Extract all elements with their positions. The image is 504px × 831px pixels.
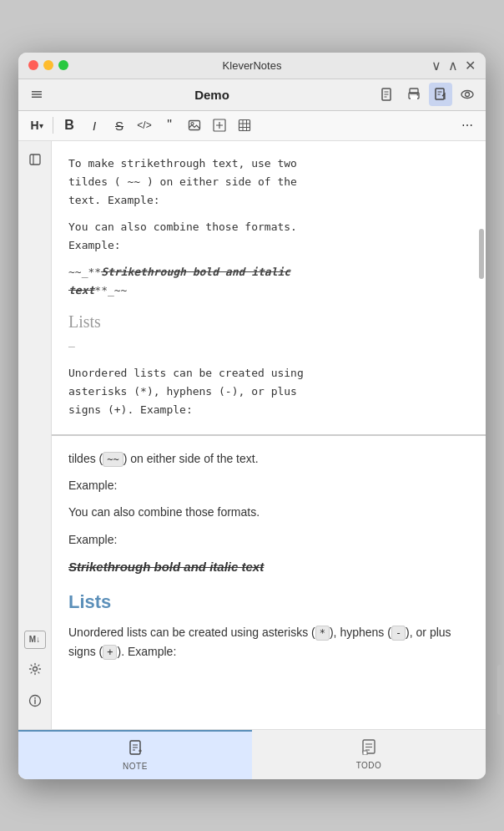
tab-note[interactable]: Note (18, 730, 252, 779)
heading-dropdown-icon: ▾ (39, 121, 43, 130)
insert-icon (213, 119, 226, 132)
todo-tab-label: TODO (356, 761, 382, 770)
bottom-tab-bar: Note TODO (18, 729, 486, 779)
note-tab-icon (127, 739, 144, 760)
pane-container: To make strikethrough text, use twotilde… (52, 141, 486, 729)
document-icon[interactable] (375, 83, 399, 106)
bold-button[interactable]: B (58, 114, 81, 137)
panel-toggle-button[interactable] (23, 148, 47, 171)
image-button[interactable] (183, 114, 206, 137)
sidebar-bottom-icons: M↓ (23, 631, 47, 722)
maximize-button[interactable] (58, 60, 68, 70)
main-area: M↓ To make strikethrough text, use twoti… (18, 141, 486, 729)
more-icon: ⋯ (461, 119, 473, 132)
note-toolbar: Demo (18, 79, 486, 111)
title-bar: KleverNotes ∨ ∧ ✕ (18, 53, 486, 79)
close-icon[interactable]: ✕ (465, 58, 476, 73)
preview-heading-lists: Lists (68, 587, 469, 616)
app-window: KleverNotes ∨ ∧ ✕ Demo (18, 53, 486, 779)
settings-icon[interactable] (23, 657, 47, 681)
svg-rect-16 (189, 121, 200, 130)
code-button[interactable]: </> (133, 114, 156, 137)
bold-label: B (64, 118, 74, 133)
preview-pane: tildes (~~) on either side of the text. … (52, 436, 486, 729)
tab-todo[interactable]: TODO (252, 730, 486, 779)
table-button[interactable] (233, 114, 256, 137)
quote-button[interactable]: " (158, 114, 181, 137)
svg-point-15 (466, 93, 470, 97)
preview-icon[interactable] (456, 83, 479, 106)
window-controls (28, 60, 68, 70)
window-title: KleverNotes (223, 59, 282, 72)
svg-point-14 (461, 91, 473, 99)
left-sidebar: M↓ (18, 141, 52, 729)
table-icon (238, 119, 251, 132)
title-bar-right: ∨ ∧ ✕ (431, 58, 476, 73)
plus-code: + (103, 645, 117, 660)
svg-rect-1 (32, 94, 42, 95)
strikethrough-label: S (115, 119, 123, 133)
markdown-icon[interactable]: M↓ (24, 631, 46, 649)
preview-example-1: Example: (68, 476, 469, 494)
svg-rect-21 (239, 120, 250, 131)
preview-para-2: You can also combine those formats. (68, 503, 469, 521)
italic-button[interactable]: I (83, 114, 106, 137)
sidebar-toggle-button[interactable] (25, 83, 48, 106)
preview-lists-para: Unordered lists can be created using ast… (68, 623, 469, 661)
editor-para-3: ~~_**Strikethrough bold and italictext**… (68, 263, 469, 300)
info-icon[interactable] (23, 689, 47, 712)
export-icon[interactable] (429, 83, 452, 106)
svg-point-28 (33, 666, 37, 671)
separator-1 (53, 117, 53, 134)
image-icon (188, 119, 201, 132)
svg-rect-9 (411, 96, 417, 99)
strike-bold-italic-text: Strikethrough bold and italic text (68, 560, 264, 574)
todo-tab-icon (360, 738, 377, 759)
editor-scrollbar-thumb (479, 229, 484, 279)
svg-rect-40 (363, 751, 367, 755)
editor-para-1: To make strikethrough text, use twotilde… (68, 155, 469, 210)
format-toolbar: H ▾ B I S </> " ⋯ (18, 111, 486, 141)
hyphen-code: - (391, 626, 406, 641)
heading-label: H (30, 119, 38, 132)
insert-button[interactable] (208, 114, 231, 137)
asterisk-code: * (315, 626, 330, 641)
preview-para-1: tildes (~~) on either side of the text. (68, 449, 469, 468)
note-title: Demo (52, 88, 372, 102)
expand-icon[interactable]: ∧ (448, 58, 458, 73)
note-tab-label: Note (123, 762, 148, 771)
strikethrough-button[interactable]: S (108, 114, 131, 137)
editor-heading-lists: Lists (68, 308, 469, 335)
editor-content: To make strikethrough text, use twotilde… (68, 155, 469, 420)
italic-label: I (93, 119, 96, 133)
tilde-code: ~~ (103, 452, 123, 467)
editor-separator: — (68, 338, 469, 356)
svg-point-10 (417, 94, 419, 96)
toolbar-actions (375, 83, 479, 106)
preview-strike-bold-italic: Strikethrough bold and italic text (68, 557, 469, 577)
editor-pane[interactable]: To make strikethrough text, use twotilde… (52, 141, 486, 436)
svg-point-31 (34, 697, 36, 698)
close-button[interactable] (28, 60, 38, 70)
quote-label: " (167, 118, 172, 133)
heading-button[interactable]: H ▾ (25, 114, 48, 137)
svg-point-17 (191, 123, 194, 125)
more-button[interactable]: ⋯ (456, 114, 479, 137)
svg-rect-0 (32, 91, 42, 93)
minimize-button[interactable] (43, 60, 53, 70)
preview-example-2: Example: (68, 530, 469, 549)
code-label: </> (137, 119, 151, 131)
svg-rect-26 (30, 155, 40, 165)
chevron-down-icon[interactable]: ∨ (431, 58, 441, 73)
svg-rect-2 (32, 97, 42, 99)
editor-para-2: You can also combine those formats.Examp… (68, 218, 469, 255)
print-icon[interactable] (402, 83, 426, 106)
editor-para-4: Unordered lists can be created usingaste… (68, 364, 469, 419)
